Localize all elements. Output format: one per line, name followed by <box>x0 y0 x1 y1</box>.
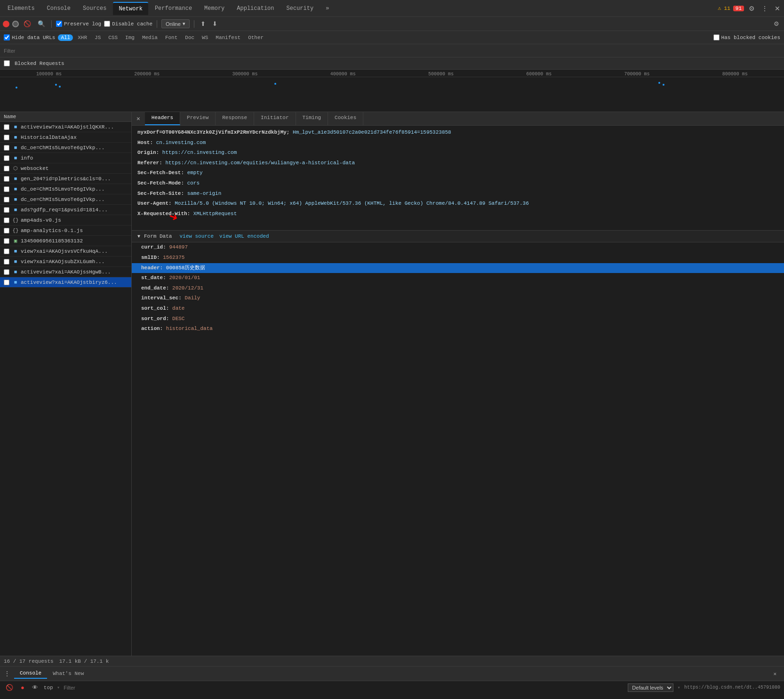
search-button[interactable]: 🔍 <box>36 19 47 28</box>
tab-elements[interactable]: Elements <box>2 2 40 15</box>
record-button[interactable] <box>3 21 9 27</box>
filter-tag-ws[interactable]: WS <box>199 34 211 41</box>
tab-timing[interactable]: Timing <box>296 112 328 125</box>
request-item-10[interactable]: {} amp-analytics-0.1.js <box>0 225 131 236</box>
settings-gear-button[interactable]: ⚙ <box>772 19 781 28</box>
tab-preview[interactable]: Preview <box>180 112 216 125</box>
stop-button[interactable] <box>12 21 19 27</box>
tab-sources[interactable]: Sources <box>77 2 112 15</box>
request-checkbox-10[interactable] <box>4 228 9 233</box>
request-item-9[interactable]: {} amp4ads-v0.js <box>0 215 131 225</box>
console-menu-icon[interactable]: ⋮ <box>4 670 10 678</box>
request-item-7[interactable]: ■ dc_oe=ChMIs5LmvoTe6gIVkp... <box>0 194 131 205</box>
request-checkbox-8[interactable] <box>4 207 9 213</box>
request-item-8[interactable]: ■ ads?gdfp_req=1&pvsid=1814... <box>0 205 131 215</box>
filter-tag-doc[interactable]: Doc <box>182 34 197 41</box>
request-item-5[interactable]: ■ gen_204?id=plmetrics&cls=0... <box>0 174 131 184</box>
request-item-13[interactable]: ■ view?xai=AKAOjsubZXLGumh... <box>0 257 131 267</box>
tab-response[interactable]: Response <box>216 112 254 125</box>
request-item-2[interactable]: ■ dc_oe=ChMIs5LmvoTe6gIVkp... <box>0 143 131 153</box>
filter-tag-img[interactable]: Img <box>122 34 137 41</box>
request-checkbox-4[interactable] <box>4 166 9 171</box>
online-dropdown[interactable]: Online ▾ <box>161 19 190 28</box>
request-item-0[interactable]: ■ activeview?xai=AKAOjstlQKXR... <box>0 122 131 132</box>
console-eye-btn[interactable]: 👁 <box>30 683 40 692</box>
import-button[interactable]: ⬆ <box>199 19 208 28</box>
export-button[interactable]: ⬇ <box>210 19 219 28</box>
view-url-encoded-link[interactable]: view URL encoded <box>219 233 269 239</box>
request-checkbox-15[interactable] <box>4 280 9 285</box>
console-tab-console[interactable]: Console <box>14 668 47 679</box>
view-source-link[interactable]: view source <box>179 233 214 239</box>
request-checkbox-2[interactable] <box>4 145 9 151</box>
filter-tag-font[interactable]: Font <box>162 34 180 41</box>
filter-tag-other[interactable]: Other <box>245 34 266 41</box>
tab-more[interactable]: » <box>320 2 335 15</box>
request-item-15[interactable]: ■ activeview?xai=AKAOjstbiryz6... <box>0 277 131 288</box>
blocked-requests-checkbox[interactable] <box>4 60 10 66</box>
request-item-3[interactable]: ■ info <box>0 153 131 163</box>
more-button[interactable]: ⋮ <box>760 3 770 14</box>
disable-cache-label[interactable]: Disable cache <box>104 21 152 27</box>
filter-tag-css[interactable]: CSS <box>105 34 120 41</box>
blocked-cookies-label[interactable]: Has blocked cookies <box>713 34 780 40</box>
filter-tag-all[interactable]: All <box>58 34 73 41</box>
request-item-6[interactable]: ■ dc_oe=ChMIs5LmvoTe6gIVkp... <box>0 184 131 194</box>
request-item-12[interactable]: ■ view?xai=AKAOjsvsVCfkuHqA... <box>0 246 131 257</box>
disable-cache-checkbox[interactable] <box>104 21 110 27</box>
console-tab-whats-new[interactable]: What's New <box>47 669 89 678</box>
preserve-log-label[interactable]: Preserve log <box>56 21 101 27</box>
request-checkbox-3[interactable] <box>4 155 9 161</box>
tab-network[interactable]: Network <box>113 2 148 15</box>
console-close-btn[interactable]: ✕ <box>769 671 780 677</box>
close-button[interactable]: ✕ <box>773 3 782 14</box>
request-checkbox-11[interactable] <box>4 238 9 244</box>
request-checkbox-1[interactable] <box>4 135 9 140</box>
filter-tag-js[interactable]: JS <box>92 34 104 41</box>
header-val-1: cn.investing.com <box>156 140 206 145</box>
request-checkbox-6[interactable] <box>4 186 9 192</box>
request-checkbox-0[interactable] <box>4 124 9 130</box>
hide-data-urls-label[interactable]: Hide data URLs <box>4 34 55 40</box>
tab-initiator[interactable]: Initiator <box>254 112 296 125</box>
request-item-1[interactable]: ■ HistoricalDataAjax <box>0 132 131 143</box>
filter-input[interactable] <box>4 48 780 54</box>
console-levels-select[interactable]: Default levels <box>628 683 673 692</box>
filter-tag-manifest[interactable]: Manifest <box>213 34 243 41</box>
filter-tag-media[interactable]: Media <box>139 34 160 41</box>
request-checkbox-7[interactable] <box>4 197 9 202</box>
request-item-14[interactable]: ■ activeview?xai=AKAOjssHgwB... <box>0 267 131 277</box>
request-checkbox-12[interactable] <box>4 249 9 254</box>
preserve-log-checkbox[interactable] <box>56 21 62 27</box>
tab-memory[interactable]: Memory <box>199 2 230 15</box>
console-filter-input[interactable] <box>64 685 624 691</box>
tab-application[interactable]: Application <box>231 2 280 15</box>
warn-count[interactable]: 11 <box>724 6 730 11</box>
request-item-4[interactable]: ⬡ websocket <box>0 163 131 174</box>
settings-button[interactable]: ⚙ <box>747 3 757 14</box>
tab-security[interactable]: Security <box>281 2 320 15</box>
console-stop-btn[interactable]: 🚫 <box>4 683 15 692</box>
headers-panel: ✕ Headers Preview Response Initiator Tim… <box>132 112 784 656</box>
blocked-cookies-checkbox[interactable] <box>713 34 720 40</box>
request-item-11[interactable]: ▣ 13450069561185363132 <box>0 236 131 246</box>
tab-cookies[interactable]: Cookies <box>328 112 363 125</box>
tab-headers[interactable]: Headers <box>145 112 180 125</box>
timeline-label-4: 500000 ms <box>392 72 490 77</box>
request-checkbox-9[interactable] <box>4 217 9 223</box>
timeline-area[interactable] <box>0 77 784 105</box>
tab-console[interactable]: Console <box>41 2 76 15</box>
panel-close-btn[interactable]: ✕ <box>132 112 145 125</box>
filter-tag-xhr[interactable]: XHR <box>75 34 90 41</box>
request-checkbox-5[interactable] <box>4 176 9 182</box>
console-dropdown-icon[interactable]: ▾ <box>57 684 60 691</box>
form-data-section-title[interactable]: ▼ Form Data view source view URL encoded <box>132 230 784 242</box>
tab-performance[interactable]: Performance <box>149 2 198 15</box>
console-record-btn[interactable]: ● <box>19 683 26 692</box>
error-count[interactable]: 91 <box>733 6 744 11</box>
filter-tags: All XHR JS CSS Img Media Font Doc WS Man… <box>58 34 266 41</box>
clear-button[interactable]: 🚫 <box>22 19 33 28</box>
request-checkbox-13[interactable] <box>4 259 9 265</box>
request-checkbox-14[interactable] <box>4 269 9 275</box>
hide-data-urls-checkbox[interactable] <box>4 34 10 40</box>
